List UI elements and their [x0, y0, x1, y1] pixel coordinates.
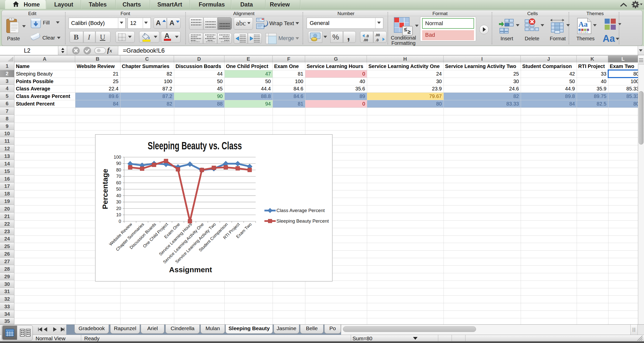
svg-text:70: 70 — [116, 174, 121, 179]
svg-text:.00: .00 — [375, 33, 380, 37]
svg-text:100: 100 — [114, 155, 121, 160]
svg-text:.0: .0 — [375, 38, 379, 42]
svg-text:10: 10 — [116, 212, 121, 217]
svg-text:50: 50 — [116, 187, 121, 192]
svg-text:20: 20 — [116, 206, 121, 211]
svg-text:≤: ≤ — [404, 26, 407, 32]
svg-text:.00: .00 — [363, 38, 368, 42]
svg-text:Sleeping Beauty Percent: Sleeping Beauty Percent — [276, 218, 329, 224]
svg-text:Sleeping Beauty vs. Class: Sleeping Beauty vs. Class — [148, 140, 242, 152]
svg-text:Aa: Aa — [578, 20, 588, 28]
svg-text:40: 40 — [116, 193, 121, 198]
svg-text:30: 30 — [116, 199, 121, 204]
svg-text:80: 80 — [116, 167, 121, 173]
svg-text:Class Average Percent: Class Average Percent — [276, 208, 325, 213]
svg-text:60: 60 — [116, 180, 121, 185]
svg-text:0: 0 — [119, 219, 121, 224]
svg-text:90: 90 — [116, 161, 121, 166]
svg-text:Assignment: Assignment — [169, 265, 212, 274]
svg-text:.0: .0 — [366, 34, 369, 38]
svg-text:≥: ≥ — [407, 29, 411, 35]
svg-text:Percentage: Percentage — [101, 169, 109, 209]
